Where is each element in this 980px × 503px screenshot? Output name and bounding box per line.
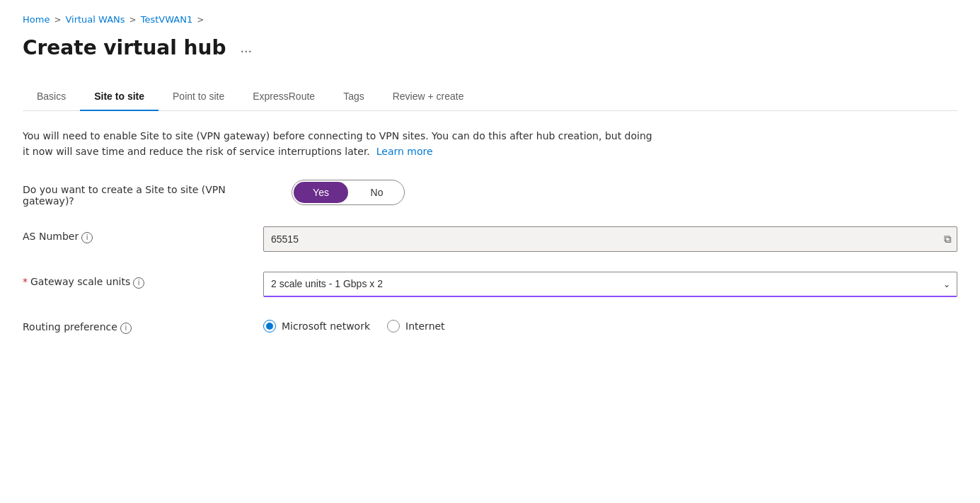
routing-microsoft-label: Microsoft network bbox=[282, 320, 370, 332]
as-number-label-text: AS Number bbox=[23, 231, 79, 242]
tab-tags[interactable]: Tags bbox=[329, 82, 379, 110]
tab-point-to-site[interactable]: Point to site bbox=[158, 82, 238, 110]
gateway-scale-row: * Gateway scale units i 1 scale unit - 5… bbox=[23, 272, 957, 297]
gateway-scale-wrapper: 1 scale unit - 500 Mbps x 2 2 scale unit… bbox=[263, 272, 957, 297]
breadcrumb-testvwan1[interactable]: TestVWAN1 bbox=[141, 14, 193, 25]
tab-basics[interactable]: Basics bbox=[23, 82, 80, 110]
ellipsis-button[interactable]: ... bbox=[235, 37, 258, 59]
tab-bar: Basics Site to site Point to site Expres… bbox=[23, 82, 957, 111]
routing-preference-info-icon[interactable]: i bbox=[120, 323, 132, 334]
gateway-scale-label: * Gateway scale units i bbox=[23, 272, 235, 289]
as-number-label: AS Number i bbox=[23, 226, 235, 243]
toggle-no[interactable]: No bbox=[350, 180, 404, 204]
breadcrumb-home[interactable]: Home bbox=[23, 14, 50, 25]
tab-expressroute[interactable]: ExpressRoute bbox=[238, 82, 329, 110]
routing-preference-label-text: Routing preference bbox=[23, 321, 117, 333]
routing-internet-option[interactable]: Internet bbox=[387, 320, 445, 333]
info-text-main: You will need to enable Site to site (VP… bbox=[23, 130, 652, 157]
routing-microsoft-radio[interactable] bbox=[263, 320, 276, 333]
as-number-row: AS Number i ⧉ bbox=[23, 226, 957, 252]
breadcrumb: Home > Virtual WANs > TestVWAN1 > bbox=[23, 14, 957, 25]
page-title: Create virtual hub bbox=[23, 36, 226, 59]
tab-site-to-site[interactable]: Site to site bbox=[80, 82, 158, 110]
routing-microsoft-option[interactable]: Microsoft network bbox=[263, 320, 370, 333]
gateway-scale-control: 1 scale unit - 500 Mbps x 2 2 scale unit… bbox=[263, 272, 957, 297]
as-number-info-icon[interactable]: i bbox=[81, 232, 93, 243]
copy-icon[interactable]: ⧉ bbox=[944, 233, 952, 245]
vpn-toggle-group: Yes No bbox=[292, 180, 405, 205]
vpn-gateway-label-text: Do you want to create a Site to site (VP… bbox=[23, 184, 263, 207]
as-number-input-wrapper: ⧉ bbox=[263, 226, 957, 252]
page-title-row: Create virtual hub ... bbox=[23, 36, 957, 59]
vpn-gateway-label: Do you want to create a Site to site (VP… bbox=[23, 180, 263, 207]
learn-more-link[interactable]: Learn more bbox=[376, 146, 433, 157]
as-number-control: ⧉ bbox=[263, 226, 957, 252]
breadcrumb-sep-2: > bbox=[129, 15, 137, 25]
vpn-gateway-control: Yes No bbox=[292, 180, 957, 205]
gateway-scale-info-icon[interactable]: i bbox=[133, 277, 144, 289]
routing-preference-radio-group: Microsoft network Internet bbox=[263, 317, 957, 333]
vpn-gateway-row: Do you want to create a Site to site (VP… bbox=[23, 180, 957, 207]
required-asterisk: * bbox=[23, 276, 28, 287]
breadcrumb-sep-1: > bbox=[54, 15, 61, 25]
breadcrumb-virtual-wans[interactable]: Virtual WANs bbox=[65, 14, 125, 25]
gateway-scale-label-text: Gateway scale units bbox=[30, 276, 130, 287]
routing-preference-control: Microsoft network Internet bbox=[263, 317, 957, 333]
breadcrumb-sep-3: > bbox=[197, 15, 204, 25]
routing-internet-radio[interactable] bbox=[387, 320, 400, 333]
as-number-input[interactable] bbox=[263, 226, 957, 252]
gateway-scale-dropdown[interactable]: 1 scale unit - 500 Mbps x 2 2 scale unit… bbox=[263, 272, 957, 297]
info-text: You will need to enable Site to site (VP… bbox=[23, 128, 659, 160]
toggle-yes[interactable]: Yes bbox=[294, 182, 348, 203]
routing-preference-label: Routing preference i bbox=[23, 317, 235, 334]
tab-review-create[interactable]: Review + create bbox=[379, 82, 478, 110]
routing-internet-label: Internet bbox=[405, 320, 445, 332]
routing-preference-row: Routing preference i Microsoft network I… bbox=[23, 317, 957, 334]
